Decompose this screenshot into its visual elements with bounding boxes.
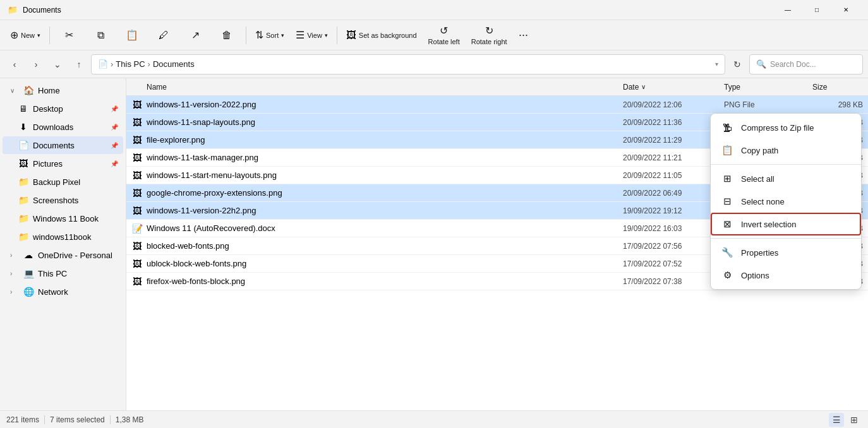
col-date[interactable]: Date ∨ <box>623 83 724 92</box>
file-icon: 🖼 <box>131 170 143 181</box>
title-bar-title: Documents <box>23 6 773 15</box>
search-box[interactable]: 🔍 Search Doc... <box>749 54 863 74</box>
rotate-left-button[interactable]: ↺ Rotate left <box>423 23 465 48</box>
context-menu-item-properties[interactable]: 🔧 Properties <box>711 241 861 264</box>
status-size: 1,38 MB <box>116 415 144 424</box>
sidebar-label-onedrive: OneDrive - Personal <box>38 251 118 260</box>
file-name: windows-11-start-menu-layouts.png <box>147 170 623 180</box>
sidebar-label-desktop: Desktop <box>33 104 107 114</box>
new-label: New <box>21 32 35 39</box>
minimize-button[interactable]: — <box>773 0 802 20</box>
address-input[interactable]: 📄 › This PC › Documents ▾ <box>91 54 725 74</box>
col-name[interactable]: Name <box>131 83 623 92</box>
set-bg-button[interactable]: 🖼 Set as background <box>341 23 422 48</box>
file-name: firefox-web-fonts-block.png <box>147 276 623 286</box>
rotate-right-button[interactable]: ↻ Rotate right <box>466 23 512 48</box>
file-date: 17/09/2022 07:38 <box>623 277 724 286</box>
home-expand-icon: ∨ <box>10 87 19 94</box>
pictures-icon: 🖼 <box>18 158 29 169</box>
context-menu-item-select_none[interactable]: ⊟ Select none <box>711 190 861 213</box>
cm-icon-copy_path: 📋 <box>721 144 733 157</box>
back-button[interactable]: ‹ <box>5 55 24 74</box>
sidebar-item-downloads[interactable]: ⬇ Downloads 📌 <box>3 118 123 136</box>
file-date: 20/09/2022 12:06 <box>623 100 724 109</box>
sidebar-item-documents[interactable]: 📄 Documents 📌 <box>3 136 123 154</box>
context-menu-item-invert_selection[interactable]: ⊠ Invert selection <box>711 213 861 235</box>
sort-button[interactable]: ⇅ Sort ▾ <box>250 23 289 48</box>
sidebar-item-home[interactable]: ∨ 🏠 Home <box>3 81 123 99</box>
col-type[interactable]: Type <box>724 83 812 92</box>
status-selected-count: 7 items selected <box>50 415 105 424</box>
rename-button[interactable]: 🖊 <box>148 23 179 48</box>
sidebar-item-backup[interactable]: 📁 Backup Pixel <box>3 173 123 191</box>
copy-icon: ⧉ <box>97 30 104 41</box>
cm-icon-options: ⚙ <box>721 269 733 282</box>
view-arrow-icon: ▾ <box>325 32 328 39</box>
rotate-right-label: Rotate right <box>471 38 507 45</box>
status-right: ☰ ⊞ <box>829 413 862 427</box>
sidebar-label-screenshots: Screenshots <box>33 196 118 205</box>
file-name: windows-11-task-manager.png <box>147 153 623 162</box>
share-icon: ↗ <box>191 29 200 41</box>
sidebar-item-pictures[interactable]: 🖼 Pictures 📌 <box>3 155 123 172</box>
toolbar: ⊕ New ▾ ✂ ⧉ 📋 🖊 ↗ 🗑 ⇅ Sort ▾ ☰ View ▾ 🖼 … <box>0 20 868 51</box>
paste-button[interactable]: 📋 <box>117 23 147 48</box>
address-dropdown-icon[interactable]: ▾ <box>715 61 718 68</box>
context-menu-item-options[interactable]: ⚙ Options <box>711 264 861 287</box>
context-menu-item-select_all[interactable]: ⊞ Select all <box>711 167 861 190</box>
title-bar-icon: 📁 <box>8 5 18 15</box>
refresh-button[interactable]: ↻ <box>728 55 747 74</box>
grid-view-button[interactable]: ⊞ <box>847 413 862 427</box>
onedrive-expand-icon: › <box>10 252 19 259</box>
forward-button[interactable]: › <box>27 55 45 74</box>
sidebar-item-win11book[interactable]: 📁 Windows 11 Book <box>3 210 123 227</box>
title-bar: 📁 Documents — □ ✕ <box>0 0 868 20</box>
col-size-label: Size <box>812 83 827 92</box>
sidebar-item-network[interactable]: › 🌐 Network <box>3 283 123 300</box>
rename-icon: 🖊 <box>159 30 169 41</box>
file-date: 20/09/2022 06:49 <box>623 189 724 198</box>
sidebar-item-onedrive[interactable]: › ☁ OneDrive - Personal <box>3 246 123 264</box>
sidebar-item-screenshots[interactable]: 📁 Screenshots <box>3 191 123 209</box>
table-row[interactable]: 🖼 windows-11-version-2022.png 20/09/2022… <box>126 96 868 114</box>
cm-icon-select_all: ⊞ <box>721 172 733 185</box>
delete-button[interactable]: 🗑 <box>212 23 242 48</box>
backup-icon: 📁 <box>18 177 29 187</box>
sidebar: ∨ 🏠 Home 🖥 Desktop 📌 ⬇ Downloads 📌 📄 Doc… <box>0 78 126 410</box>
sort-icon: ⇅ <box>255 29 263 41</box>
col-date-sort-icon: ∨ <box>641 83 646 90</box>
cm-label-compress: Compress to Zip file <box>741 123 814 133</box>
list-view-button[interactable]: ☰ <box>829 413 844 427</box>
view-button[interactable]: ☰ View ▾ <box>291 23 333 48</box>
file-name: ublock-block-web-fonts.png <box>147 259 623 268</box>
more-button[interactable]: ··· <box>514 23 534 48</box>
sidebar-item-win11book2[interactable]: 📁 windows11book <box>3 228 123 246</box>
close-button[interactable]: ✕ <box>831 0 860 20</box>
address-bar: ‹ › ⌄ ↑ 📄 › This PC › Documents ▾ ↻ 🔍 Se… <box>0 51 868 78</box>
cut-button[interactable]: ✂ <box>54 23 84 48</box>
sidebar-item-thispc[interactable]: › 💻 This PC <box>3 265 123 282</box>
copy-button[interactable]: ⧉ <box>85 23 116 48</box>
context-menu-item-copy_path[interactable]: 📋 Copy path <box>711 139 861 162</box>
sidebar-item-desktop[interactable]: 🖥 Desktop 📌 <box>3 100 123 117</box>
title-bar-controls: — □ ✕ <box>773 0 860 20</box>
cm-icon-compress: 🗜 <box>721 121 733 134</box>
up-button[interactable]: ↑ <box>69 55 88 74</box>
search-icon: 🔍 <box>756 59 766 69</box>
toolbar-separator-2 <box>246 27 246 44</box>
file-name: google-chrome-proxy-extensions.png <box>147 188 623 198</box>
onedrive-icon: ☁ <box>23 250 34 260</box>
col-size[interactable]: Size <box>812 83 863 92</box>
win11book-icon: 📁 <box>18 213 29 223</box>
context-menu-item-compress[interactable]: 🗜 Compress to Zip file <box>711 116 861 139</box>
new-button[interactable]: ⊕ New ▾ <box>5 23 45 48</box>
paste-icon: 📋 <box>126 29 138 41</box>
recent-button[interactable]: ⌄ <box>48 55 67 74</box>
maximize-button[interactable]: □ <box>802 0 831 20</box>
file-icon: 📝 <box>131 223 143 234</box>
share-button[interactable]: ↗ <box>180 23 210 48</box>
context-menu-separator <box>711 238 861 239</box>
cm-label-select_all: Select all <box>741 174 775 184</box>
file-date: 19/09/2022 16:03 <box>623 224 724 233</box>
desktop-icon: 🖥 <box>18 104 29 114</box>
